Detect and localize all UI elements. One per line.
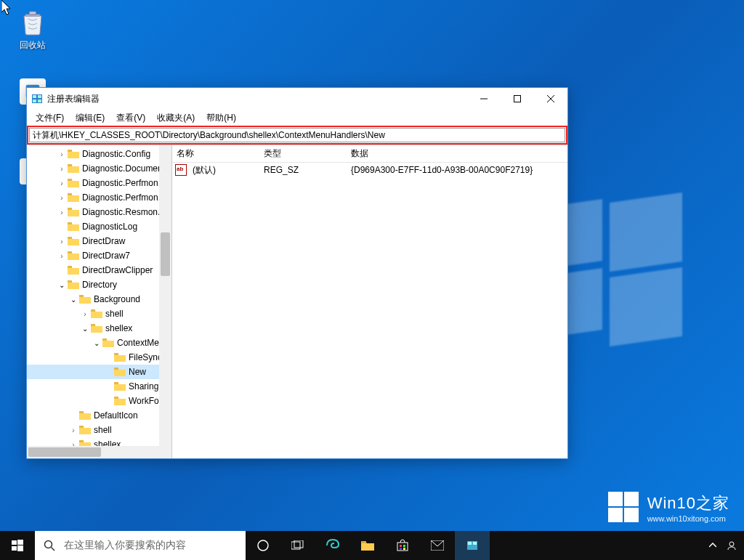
folder-icon — [68, 222, 79, 232]
menu-edit[interactable]: 编辑(E) — [70, 110, 110, 126]
folder-icon — [68, 265, 79, 275]
value-data: {D969A300-E7FF-11d0-A93B-00A0C90F2719} — [347, 165, 567, 175]
search-placeholder: 在这里输入你要搜索的内容 — [64, 539, 186, 552]
chevron-right-icon[interactable]: › — [56, 208, 68, 216]
tree-node[interactable]: ⌄Background — [27, 292, 171, 307]
tree-node[interactable]: ›DirectDraw — [27, 234, 171, 248]
chevron-right-icon[interactable]: › — [79, 310, 91, 318]
close-button[interactable] — [534, 88, 567, 110]
system-tray — [709, 531, 744, 560]
svg-rect-2 — [33, 95, 36, 98]
folder-icon — [68, 192, 79, 203]
tree-node[interactable]: ›DirectDraw7 — [27, 248, 171, 263]
horizontal-scrollbar[interactable] — [27, 446, 171, 458]
chevron-down-icon[interactable]: ⌄ — [91, 339, 102, 347]
tree-node[interactable]: ⌄Directory — [27, 277, 171, 292]
people-icon[interactable] — [727, 540, 744, 551]
watermark-title: Win10之家 — [647, 492, 729, 514]
recycle-bin[interactable]: 回收站 — [7, 7, 58, 52]
folder-icon — [102, 338, 114, 348]
menu-favorites[interactable]: 收藏夹(A) — [151, 110, 201, 126]
folder-icon — [68, 149, 79, 159]
value-list[interactable]: 名称 类型 数据 (默认)REG_SZ{D969A300-E7FF-11d0-A… — [172, 145, 567, 458]
chevron-down-icon[interactable]: ⌄ — [56, 281, 68, 289]
chevron-right-icon[interactable]: › — [68, 426, 79, 434]
tree-node[interactable]: ›shell — [27, 307, 171, 321]
window-title: 注册表编辑器 — [47, 93, 467, 105]
tree-node[interactable]: DefaultIcon — [27, 408, 171, 423]
watermark-url: www.win10xitong.com — [647, 514, 729, 523]
folder-icon — [68, 236, 79, 246]
tree-node[interactable]: DirectDrawClipper — [27, 263, 171, 277]
explorer-button[interactable] — [350, 531, 385, 560]
regedit-taskbar-button[interactable] — [455, 531, 490, 560]
scrollbar-thumb[interactable] — [161, 232, 170, 276]
chevron-right-icon[interactable]: › — [56, 238, 68, 245]
folder-icon — [68, 163, 79, 174]
chevron-right-icon[interactable]: › — [56, 150, 68, 158]
chevron-right-icon[interactable]: › — [56, 252, 68, 260]
folder-icon — [91, 323, 102, 333]
task-view-button[interactable] — [280, 531, 315, 560]
col-name[interactable]: 名称 — [172, 147, 259, 160]
tree-node[interactable]: ›Diagnostic.Perfmon. — [27, 176, 171, 190]
svg-rect-19 — [400, 548, 402, 550]
address-bar[interactable]: 计算机\HKEY_CLASSES_ROOT\Directory\Backgrou… — [29, 128, 565, 142]
tree-node[interactable]: ›Diagnostic.Resmon.C — [27, 205, 171, 219]
tree-node-label: Diagnostic.Config — [82, 149, 150, 159]
chevron-right-icon[interactable]: › — [56, 194, 68, 202]
tree-node-label: Directory — [82, 280, 117, 290]
tree-node[interactable]: ›Diagnostic.Config — [27, 147, 171, 161]
menu-view[interactable]: 查看(V) — [110, 110, 151, 126]
tree-node[interactable]: FileSyncE — [27, 350, 171, 365]
folder-icon — [68, 251, 79, 261]
edge-button[interactable] — [315, 531, 350, 560]
vertical-scrollbar[interactable] — [159, 145, 171, 446]
tree-node-label: shellex — [105, 323, 132, 333]
svg-rect-15 — [361, 541, 366, 543]
folder-icon — [114, 352, 126, 362]
regedit-icon — [31, 93, 43, 105]
taskbar: 在这里输入你要搜索的内容 — [0, 531, 744, 560]
svg-rect-5 — [38, 100, 41, 102]
tree-node[interactable]: ⌄ContextMenu — [27, 336, 171, 350]
tray-chevron-icon[interactable] — [709, 543, 727, 548]
registry-tree[interactable]: ›Diagnostic.Config›Diagnostic.Documen›Di… — [27, 145, 172, 458]
mouse-cursor — [1, 0, 15, 17]
mail-button[interactable] — [420, 531, 455, 560]
tree-node[interactable]: WorkFolc — [27, 394, 171, 408]
folder-icon — [79, 410, 91, 421]
svg-rect-9 — [12, 546, 17, 551]
tree-node[interactable]: Sharing — [27, 379, 171, 394]
minimize-button[interactable] — [467, 88, 501, 110]
search-box[interactable]: 在这里输入你要搜索的内容 — [35, 531, 246, 560]
tree-node-label: DefaultIcon — [94, 410, 138, 421]
chevron-down-icon[interactable]: ⌄ — [79, 325, 91, 333]
tree-node[interactable]: ›Diagnostic.Documen — [27, 161, 171, 176]
scrollbar-thumb[interactable] — [28, 447, 101, 457]
maximize-button[interactable] — [501, 88, 534, 110]
desktop: 回收站 注册表编辑器 文件(F) 编辑(E) 查看(V) 收藏夹(A) 帮助(H… — [0, 0, 744, 560]
svg-rect-8 — [17, 540, 23, 545]
menu-file[interactable]: 文件(F) — [30, 110, 70, 126]
folder-icon — [114, 381, 126, 391]
chevron-right-icon[interactable]: › — [56, 165, 68, 173]
tree-node[interactable]: DiagnosticLog — [27, 219, 171, 234]
menu-help[interactable]: 帮助(H) — [201, 110, 242, 126]
store-button[interactable] — [385, 531, 420, 560]
tree-node[interactable]: ›shell — [27, 423, 171, 437]
value-row[interactable]: (默认)REG_SZ{D969A300-E7FF-11d0-A93B-00A0C… — [172, 163, 567, 177]
svg-point-11 — [45, 541, 52, 548]
col-data[interactable]: 数据 — [347, 147, 567, 160]
start-button[interactable] — [0, 531, 35, 560]
chevron-down-icon[interactable]: ⌄ — [68, 296, 79, 304]
tree-node[interactable]: ›Diagnostic.Perfmon. — [27, 190, 171, 205]
col-type[interactable]: 类型 — [259, 147, 347, 160]
tree-node[interactable]: New — [27, 365, 171, 379]
tree-node[interactable]: ⌄shellex — [27, 321, 171, 336]
chevron-right-icon[interactable]: › — [56, 179, 68, 187]
recycle-bin-label: 回收站 — [7, 39, 58, 52]
title-bar[interactable]: 注册表编辑器 — [27, 88, 567, 110]
cortana-button[interactable] — [246, 531, 280, 560]
folder-icon — [114, 396, 126, 406]
